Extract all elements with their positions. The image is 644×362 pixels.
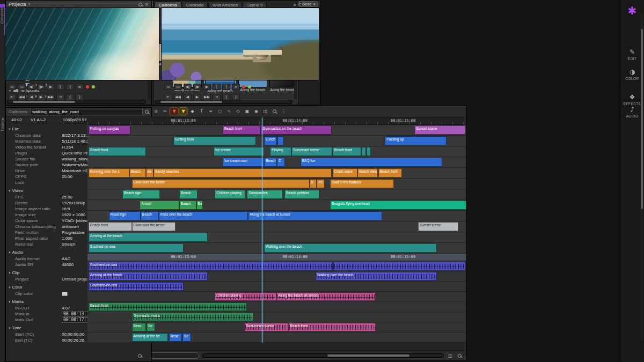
record-dot[interactable]: ● [85, 84, 90, 90]
timeline-clip[interactable]: Beach pebbles [284, 190, 319, 199]
timeline-clip[interactable]: Arriving at the beach [89, 272, 208, 280]
playhead[interactable] [262, 117, 262, 343]
timeline-clip[interactable]: Southed-on-sea [89, 243, 184, 253]
timeline-clip[interactable]: Beac [132, 323, 146, 331]
go-to-end-icon[interactable]: ⇥ [213, 94, 221, 100]
rewind-icon[interactable]: ◀◀ [18, 94, 26, 100]
cut-icon[interactable]: ✂ [161, 108, 169, 115]
timeline-clip[interactable]: Gymnastics on the beach [261, 125, 331, 135]
timeline-clip[interactable]: Sunset scene [414, 125, 465, 135]
projects-title[interactable]: Projects [9, 2, 26, 7]
workspace-effects[interactable]: ❖EFFECTS [623, 93, 641, 106]
toggle-panes-icon[interactable]: ◫ [447, 352, 454, 359]
fast-forward-icon[interactable]: ▶▶ [203, 94, 211, 100]
marker-icon[interactable]: ○ [216, 108, 223, 115]
source-record-toggle-icon[interactable]: ▭ [164, 84, 172, 90]
timeline-clip[interactable]: C [277, 158, 285, 167]
timeline-clip[interactable] [362, 147, 366, 156]
timeline-clip[interactable]: BBQ fun [301, 158, 442, 167]
timeline-clip[interactable]: Sunscream scene [244, 323, 288, 331]
timeline-clip[interactable]: Arriving at the be [132, 333, 169, 342]
timeline-clip[interactable] [333, 262, 465, 270]
timeline-clip[interactable] [277, 136, 283, 145]
render-icon[interactable]: ▣ [243, 108, 251, 115]
timeline-clip[interactable]: Beach view [357, 168, 378, 178]
track-lane-a7-vo[interactable]: BeacBeSunscream sceneBeach front [87, 322, 466, 333]
audio-waveform-icon[interactable]: ∿ [225, 108, 232, 115]
track-lane-v11-notes[interactable]: Getting foodLunchPacking up [87, 136, 466, 146]
play-icon[interactable]: ▶ [47, 84, 55, 90]
workspace-color[interactable]: ◑COLOR [625, 68, 639, 80]
go-to-out-icon[interactable]: } [232, 94, 240, 100]
timeline-clip[interactable]: Beach sign [122, 190, 160, 199]
timeline-clip[interactable]: Children playing [215, 292, 276, 301]
mark-out-icon[interactable]: ] [66, 84, 74, 90]
timeline-clip[interactable]: Southend-on-sea [89, 282, 184, 291]
timeline-clip[interactable]: Sunset scene [418, 222, 458, 231]
mark-in-icon[interactable]: [ [213, 84, 221, 90]
close-icon[interactable]: × [292, 2, 297, 8]
timeline-clip[interactable]: Beach [264, 158, 277, 167]
timeline-clip[interactable]: Walking over the beach [264, 243, 437, 253]
link-selection-icon[interactable]: ⊘ [152, 108, 159, 115]
timeline-ruler[interactable]: 00:01:13:0000:01:14:0000:01:15:00 [87, 117, 466, 125]
record-monitor[interactable] [161, 8, 319, 80]
timeline-clip[interactable]: Beach [129, 168, 146, 178]
extract-splice-icon[interactable]: ▼ [179, 108, 187, 115]
mark-out-icon[interactable]: ] [222, 84, 230, 90]
timeline-clip[interactable]: Arriving at the beach [89, 233, 208, 242]
step-forward-icon[interactable]: ▶ [193, 94, 201, 100]
track-lane-v9-subtitles[interactable]: Ice cream manBeachCBBQ fun [87, 157, 466, 168]
go-to-start-icon[interactable]: ⇤ [164, 94, 172, 100]
timeline-clip[interactable]: Beach front [288, 323, 375, 331]
timeline-clip[interactable]: Lunch [264, 136, 277, 145]
track-lane-a6-mus[interactable]: Gymnastic music [87, 312, 466, 322]
effect-mode-icon[interactable]: ◇ [234, 108, 241, 115]
find-icon[interactable] [270, 108, 278, 115]
timeline-clip[interactable]: Along the beach at sunset [248, 211, 382, 220]
timeline-clip[interactable]: Be [146, 168, 153, 178]
step-forward-icon[interactable]: ▶ [37, 94, 45, 100]
track-lane-v7-experts[interactable]: Glow over the beachBBeBoat in the harbou… [87, 179, 466, 189]
track-lane-v2-vid[interactable]: Arriving at the beach [87, 232, 466, 243]
fast-forward-icon[interactable]: ▶▶ [47, 94, 55, 100]
timeline-clip[interactable]: Beach [179, 201, 196, 210]
source-record-toggle-icon[interactable]: ▭ [8, 84, 16, 90]
track-lane-v12[interactable]: Putting on sunglasBeach frontGymnastics … [87, 125, 466, 136]
video-quality-icon[interactable]: ◉ [252, 108, 260, 115]
keyframe-icon[interactable]: ◆ [188, 108, 196, 115]
timeline-clip[interactable]: Be [147, 323, 155, 331]
track-lane-v6-vfx[interactable]: Beach signBeachChildren playingSandcastl… [87, 189, 466, 200]
track-lane-v3-stock[interactable]: Beach frontGlow over the beachSunset sce… [87, 221, 466, 232]
prev-edit-icon[interactable]: ◀| [27, 84, 35, 90]
timeline-vertical-scrollbar[interactable] [640, 12, 643, 341]
media-composer-logo-icon[interactable]: ✱ [628, 4, 637, 17]
timeline-clip[interactable]: Ice cream man [223, 158, 264, 167]
timeline-horizontal-scrollbar[interactable] [202, 353, 444, 358]
timeline-clip[interactable]: Running over the s [89, 168, 129, 178]
composer-rail-tab[interactable]: Composer [0, 8, 4, 362]
timeline-clip[interactable]: Arrival [140, 201, 179, 210]
timeline-clip[interactable]: Be [182, 333, 191, 342]
timeline-clip[interactable]: Kites over the beach [159, 211, 248, 220]
track-lane-a5-sfx[interactable]: Beach front [87, 302, 466, 312]
step-back-icon[interactable]: ◀ [27, 94, 35, 100]
track-lane-v1-vid[interactable]: Southed-on-seaWalking over the beach [87, 243, 466, 254]
workspace-edit[interactable]: ✎EDIT [628, 48, 637, 61]
toggle-panes-icon[interactable]: ◫ [261, 108, 269, 115]
timeline-clip[interactable]: Along the beach at sunset [276, 292, 375, 301]
workspace-audio[interactable]: ♪AUDIO [626, 106, 638, 118]
search-icon[interactable] [145, 110, 149, 114]
track-lane-tc1[interactable]: 00:01:13:0000:01:14:0000:01:15:00 [87, 254, 466, 261]
more-icon[interactable]: ⋮ [280, 108, 287, 115]
timeline-clip[interactable]: Children playing [215, 190, 245, 199]
gang-icon[interactable]: ▭ [18, 84, 26, 90]
clip-color-swatch[interactable] [62, 292, 68, 296]
close-icon[interactable]: × [144, 2, 149, 7]
go-to-start-icon[interactable]: ⇤ [8, 94, 16, 100]
ready-dot[interactable]: ● [247, 84, 252, 90]
timeline-clip[interactable]: Beach front [89, 302, 247, 311]
timeline-clip[interactable]: Ice cream [214, 147, 264, 156]
timeline-clip[interactable]: Walking over the beach [316, 272, 437, 280]
timeline-clip[interactable]: Road sign [109, 211, 141, 220]
